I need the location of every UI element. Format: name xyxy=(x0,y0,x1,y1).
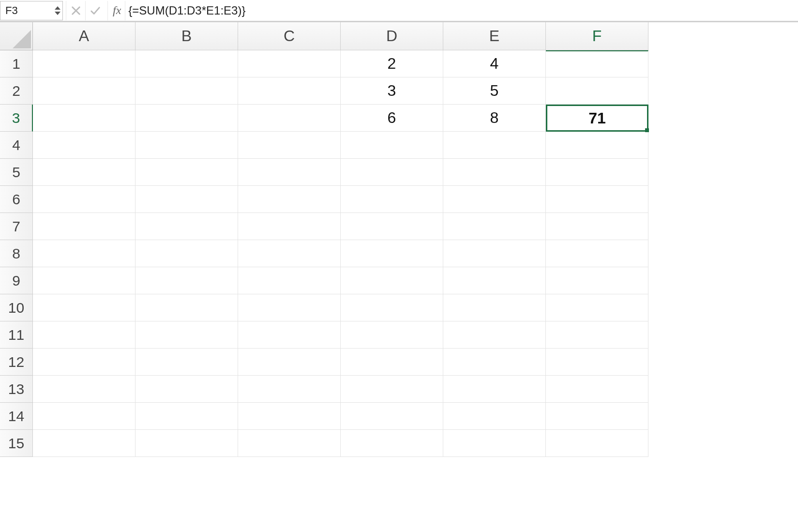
cell-C8[interactable] xyxy=(238,240,341,267)
cell-A15[interactable] xyxy=(33,430,136,457)
cell-C6[interactable] xyxy=(238,186,341,213)
cell-E9[interactable] xyxy=(443,267,546,294)
cell-F3[interactable]: 71 xyxy=(546,105,648,132)
cell-C10[interactable] xyxy=(238,294,341,321)
cell-E6[interactable] xyxy=(443,186,546,213)
cell-D10[interactable] xyxy=(341,294,443,321)
cell-D3[interactable]: 6 xyxy=(341,105,443,132)
name-box[interactable]: F3 xyxy=(0,1,63,20)
cell-E14[interactable] xyxy=(443,403,546,430)
column-header-D[interactable]: D xyxy=(341,22,443,50)
column-header-A[interactable]: A xyxy=(33,22,136,50)
cell-C9[interactable] xyxy=(238,267,341,294)
cell-A8[interactable] xyxy=(33,240,136,267)
cell-D12[interactable] xyxy=(341,349,443,376)
cell-E10[interactable] xyxy=(443,294,546,321)
row-header-10[interactable]: 10 xyxy=(0,294,33,321)
cell-E8[interactable] xyxy=(443,240,546,267)
row-header-11[interactable]: 11 xyxy=(0,321,33,349)
cell-D8[interactable] xyxy=(341,240,443,267)
column-header-C[interactable]: C xyxy=(238,22,341,50)
cell-F8[interactable] xyxy=(546,240,648,267)
row-header-7[interactable]: 7 xyxy=(0,213,33,240)
cell-A11[interactable] xyxy=(33,321,136,349)
cell-C12[interactable] xyxy=(238,349,341,376)
cell-A3[interactable] xyxy=(33,105,136,132)
cell-C13[interactable] xyxy=(238,376,341,403)
column-header-B[interactable]: B xyxy=(136,22,238,50)
cell-F13[interactable] xyxy=(546,376,648,403)
accept-formula-button[interactable] xyxy=(85,1,105,20)
cell-D11[interactable] xyxy=(341,321,443,349)
cell-D9[interactable] xyxy=(341,267,443,294)
cell-D6[interactable] xyxy=(341,186,443,213)
cell-C1[interactable] xyxy=(238,50,341,77)
row-header-15[interactable]: 15 xyxy=(0,430,33,457)
cell-C7[interactable] xyxy=(238,213,341,240)
cell-E13[interactable] xyxy=(443,376,546,403)
cell-A14[interactable] xyxy=(33,403,136,430)
cell-B4[interactable] xyxy=(136,132,238,159)
cell-B3[interactable] xyxy=(136,105,238,132)
cell-F2[interactable] xyxy=(546,77,648,105)
cell-C5[interactable] xyxy=(238,159,341,186)
cell-B1[interactable] xyxy=(136,50,238,77)
cell-B9[interactable] xyxy=(136,267,238,294)
row-header-4[interactable]: 4 xyxy=(0,132,33,159)
cell-B14[interactable] xyxy=(136,403,238,430)
fx-label[interactable]: fx xyxy=(107,1,125,20)
cell-E12[interactable] xyxy=(443,349,546,376)
row-header-12[interactable]: 12 xyxy=(0,349,33,376)
cell-E4[interactable] xyxy=(443,132,546,159)
cancel-formula-button[interactable] xyxy=(66,1,85,20)
cell-B13[interactable] xyxy=(136,376,238,403)
cell-E2[interactable]: 5 xyxy=(443,77,546,105)
cell-B2[interactable] xyxy=(136,77,238,105)
row-header-3[interactable]: 3 xyxy=(0,105,33,132)
cell-E15[interactable] xyxy=(443,430,546,457)
cell-A10[interactable] xyxy=(33,294,136,321)
cell-B15[interactable] xyxy=(136,430,238,457)
row-header-1[interactable]: 1 xyxy=(0,50,33,77)
cell-A9[interactable] xyxy=(33,267,136,294)
cell-E7[interactable] xyxy=(443,213,546,240)
cell-C11[interactable] xyxy=(238,321,341,349)
spreadsheet-grid[interactable]: ABCDEF12423536871456789101112131415 xyxy=(0,22,798,457)
cell-C15[interactable] xyxy=(238,430,341,457)
cell-B6[interactable] xyxy=(136,186,238,213)
cell-D13[interactable] xyxy=(341,376,443,403)
row-header-9[interactable]: 9 xyxy=(0,267,33,294)
row-header-6[interactable]: 6 xyxy=(0,186,33,213)
cell-D7[interactable] xyxy=(341,213,443,240)
formula-input-wrap[interactable]: {=SUM(D1:D3*E1:E3)} xyxy=(125,1,798,20)
cell-A1[interactable] xyxy=(33,50,136,77)
cell-F5[interactable] xyxy=(546,159,648,186)
cell-F12[interactable] xyxy=(546,349,648,376)
cell-C4[interactable] xyxy=(238,132,341,159)
cell-F7[interactable] xyxy=(546,213,648,240)
cell-D15[interactable] xyxy=(341,430,443,457)
cell-D14[interactable] xyxy=(341,403,443,430)
cell-F15[interactable] xyxy=(546,430,648,457)
cell-C14[interactable] xyxy=(238,403,341,430)
cell-A13[interactable] xyxy=(33,376,136,403)
cell-D4[interactable] xyxy=(341,132,443,159)
cell-E1[interactable]: 4 xyxy=(443,50,546,77)
cell-D1[interactable]: 2 xyxy=(341,50,443,77)
cell-A7[interactable] xyxy=(33,213,136,240)
cell-B12[interactable] xyxy=(136,349,238,376)
cell-A12[interactable] xyxy=(33,349,136,376)
row-header-14[interactable]: 14 xyxy=(0,403,33,430)
cell-A4[interactable] xyxy=(33,132,136,159)
name-box-stepper[interactable] xyxy=(55,6,60,15)
cell-F10[interactable] xyxy=(546,294,648,321)
cell-E5[interactable] xyxy=(443,159,546,186)
cell-C3[interactable] xyxy=(238,105,341,132)
cell-E11[interactable] xyxy=(443,321,546,349)
cell-B10[interactable] xyxy=(136,294,238,321)
cell-B5[interactable] xyxy=(136,159,238,186)
cell-D5[interactable] xyxy=(341,159,443,186)
formula-input[interactable]: {=SUM(D1:D3*E1:E3)} xyxy=(128,4,245,17)
row-header-5[interactable]: 5 xyxy=(0,159,33,186)
cell-D2[interactable]: 3 xyxy=(341,77,443,105)
